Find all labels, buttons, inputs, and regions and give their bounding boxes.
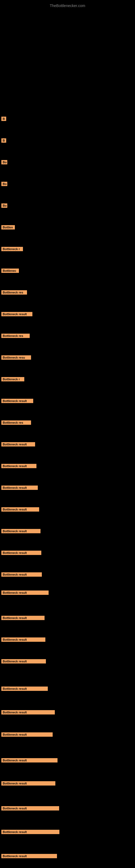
- bottleneck-result-label-18: Bottleneck result: [1, 486, 38, 490]
- bottleneck-result-label-29: Bottleneck result: [1, 733, 53, 737]
- bottleneck-result-label-25: Bottleneck result: [1, 638, 45, 642]
- bottleneck-result-label-26: Bottleneck result: [1, 659, 46, 663]
- bottleneck-result-label-12: Bottleneck resu: [1, 355, 31, 360]
- bottleneck-result-label-15: Bottleneck res: [1, 421, 31, 425]
- bottleneck-result-label-5: Bo: [1, 204, 7, 208]
- bottleneck-result-label-7: Bottleneck r: [1, 247, 23, 251]
- bottleneck-result-label-34: Bottleneck result: [1, 854, 57, 858]
- bottleneck-result-label-27: Bottleneck result: [1, 686, 48, 691]
- bottleneck-result-label-20: Bottleneck result: [1, 529, 41, 533]
- bottleneck-result-label-28: Bottleneck result: [1, 710, 55, 714]
- bottleneck-result-label-13: Bottleneck r: [1, 377, 24, 381]
- bottleneck-result-label-22: Bottleneck result: [1, 572, 42, 577]
- bottleneck-result-label-14: Bottleneck result: [1, 399, 33, 403]
- bottleneck-result-label-6: Bottlen: [1, 225, 15, 229]
- bottleneck-result-label-2: B: [1, 138, 6, 143]
- bottleneck-result-label-3: Bo: [1, 160, 7, 164]
- bottleneck-result-label-21: Bottleneck result: [1, 551, 41, 555]
- bottleneck-result-label-30: Bottleneck result: [1, 758, 57, 763]
- bottleneck-result-label-24: Bottleneck result: [1, 616, 45, 620]
- bottleneck-result-label-4: Bo: [1, 182, 7, 186]
- bottleneck-result-label-1: B: [1, 117, 6, 121]
- bottleneck-result-label-11: Bottleneck res: [1, 334, 30, 338]
- bottleneck-result-label-31: Bottleneck result: [1, 781, 55, 785]
- bottleneck-result-label-8: Bottlenec: [1, 269, 19, 273]
- bottleneck-result-label-16: Bottleneck result: [1, 442, 35, 446]
- site-title: TheBottlenecker.com: [0, 1, 135, 10]
- bottleneck-result-label-23: Bottleneck result: [1, 590, 49, 595]
- bottleneck-result-label-33: Bottleneck result: [1, 830, 59, 834]
- bottleneck-result-label-9: Bottleneck res: [1, 290, 27, 294]
- bottleneck-result-label-17: Bottleneck result: [1, 464, 37, 468]
- bottleneck-result-label-10: Bottleneck result: [1, 312, 32, 316]
- bottleneck-result-label-32: Bottleneck result: [1, 806, 59, 810]
- bottleneck-result-label-19: Bottleneck result: [1, 507, 39, 512]
